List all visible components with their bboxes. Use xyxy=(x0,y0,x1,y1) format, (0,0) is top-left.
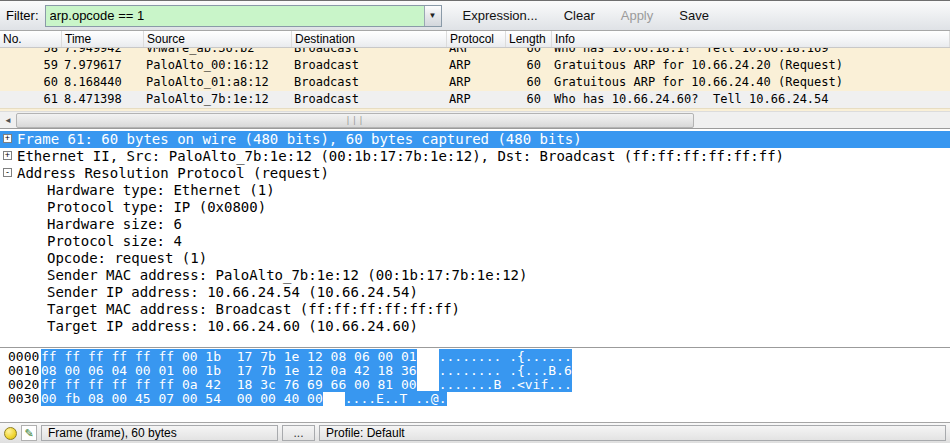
detail-line[interactable]: Protocol type: IP (0x0800) xyxy=(0,199,950,216)
packet-row[interactable]: 587.949942VMware_ab:36:b2BroadcastARP60W… xyxy=(0,48,950,57)
packet-row[interactable]: 608.168440PaloAlto_01:a8:12BroadcastARP6… xyxy=(0,74,950,91)
hex-bytes[interactable]: 00 fb 08 00 45 07 00 54 00 00 40 00 xyxy=(41,391,323,406)
clear-button[interactable]: Clear xyxy=(555,4,604,27)
cell-destination: Broadcast xyxy=(292,74,447,91)
detail-text: Protocol type: IP (0x0800) xyxy=(47,199,266,215)
detail-text: Protocol size: 4 xyxy=(47,233,182,249)
detail-text: Hardware size: 6 xyxy=(47,216,182,232)
hex-bytes[interactable]: 08 00 06 04 00 01 00 1b 17 7b 1e 12 0a 4… xyxy=(41,363,417,378)
cell-info: Gratuitous ARP for 10.66.24.20 (Request) xyxy=(552,57,950,74)
detail-line[interactable]: Protocol size: 4 xyxy=(0,233,950,250)
detail-line[interactable]: Sender MAC address: PaloAlto_7b:1e:12 (0… xyxy=(0,267,950,284)
column-header-destination[interactable]: Destination xyxy=(292,31,447,47)
expand-icon[interactable]: + xyxy=(3,134,12,143)
cell-source: PaloAlto_7b:1e:12 xyxy=(144,91,292,108)
scrollbar-left-arrow-icon[interactable]: ◄ xyxy=(0,112,16,128)
hex-bytes[interactable]: ff ff ff ff ff ff 0a 42 18 3c 76 69 66 0… xyxy=(41,377,417,392)
expand-icon[interactable]: + xyxy=(3,151,12,160)
cell-destination: Broadcast xyxy=(292,57,447,74)
detail-line[interactable]: Hardware type: Ethernet (1) xyxy=(0,182,950,199)
packet-list-header: No. Time Source Destination Protocol Len… xyxy=(0,31,950,48)
horizontal-scrollbar[interactable]: ◄ ||| xyxy=(0,111,950,128)
cell-destination: Broadcast xyxy=(292,48,447,57)
cell-source: PaloAlto_00:16:12 xyxy=(144,57,292,74)
packet-details-pane: +Frame 61: 60 bytes on wire (480 bits), … xyxy=(0,128,950,347)
detail-text: Target IP address: 10.66.24.60 (10.66.24… xyxy=(47,318,418,334)
detail-text: Target MAC address: Broadcast (ff:ff:ff:… xyxy=(47,301,460,317)
detail-line[interactable]: +Ethernet II, Src: PaloAlto_7b:1e:12 (00… xyxy=(0,148,950,165)
cell-no: 59 xyxy=(0,57,62,74)
detail-line[interactable]: Opcode: request (1) xyxy=(0,250,950,267)
detail-text: Ethernet II, Src: PaloAlto_7b:1e:12 (00:… xyxy=(17,148,784,164)
cell-info: Who has 10.66.18.1? Tell 10.66.18.169 xyxy=(552,48,950,57)
scrollbar-thumb[interactable]: ||| xyxy=(16,113,694,128)
detail-text: Hardware type: Ethernet (1) xyxy=(47,182,275,198)
hex-offset: 0020 xyxy=(8,378,41,392)
cell-length: 60 xyxy=(506,57,552,74)
cell-no: 58 xyxy=(0,48,62,57)
cell-source: PaloAlto_01:a8:12 xyxy=(144,74,292,91)
filter-dropdown-button[interactable]: ▼ xyxy=(424,6,441,26)
cell-time: 7.949942 xyxy=(62,48,144,57)
save-button[interactable]: Save xyxy=(670,4,718,27)
filter-label: Filter: xyxy=(6,8,39,23)
cell-length: 60 xyxy=(506,74,552,91)
hex-row: 0000ff ff ff ff ff ff 00 1b 17 7b 1e 12 … xyxy=(8,350,950,364)
detail-line[interactable]: Sender IP address: 10.66.24.54 (10.66.24… xyxy=(0,284,950,301)
status-message: Frame (frame), 60 bytes xyxy=(41,425,278,441)
hex-dump-pane: 0000ff ff ff ff ff ff 00 1b 17 7b 1e 12 … xyxy=(0,347,950,422)
packet-row[interactable]: 618.471398PaloAlto_7b:1e:12BroadcastARP6… xyxy=(0,91,950,108)
hex-ascii[interactable]: ........ .{...B.6 xyxy=(439,363,572,378)
filter-toolbar: Filter: ▼ Expression... Clear Apply Save xyxy=(0,0,950,31)
cell-no: 60 xyxy=(0,74,62,91)
hex-ascii[interactable]: ........ .{...... xyxy=(439,349,572,364)
hex-bytes[interactable]: ff ff ff ff ff ff 00 1b 17 7b 1e 12 08 0… xyxy=(41,349,417,364)
packet-rows: 587.949942VMware_ab:36:b2BroadcastARP60W… xyxy=(0,48,950,108)
apply-button[interactable]: Apply xyxy=(612,4,663,27)
collapse-icon[interactable]: - xyxy=(3,168,12,177)
hex-ascii[interactable]: ....E..T ..@. xyxy=(345,391,447,406)
expert-info-icon[interactable] xyxy=(4,427,17,440)
hex-ascii[interactable]: .......B .<vif... xyxy=(439,377,572,392)
hex-offset: 0030 xyxy=(8,392,41,406)
cell-time: 8.168440 xyxy=(62,74,144,91)
packet-list-pane: No. Time Source Destination Protocol Len… xyxy=(0,31,950,128)
column-header-time[interactable]: Time xyxy=(62,31,144,47)
expression-button[interactable]: Expression... xyxy=(454,4,547,27)
filter-input[interactable] xyxy=(46,6,424,26)
cell-time: 7.979617 xyxy=(62,57,144,74)
column-header-length[interactable]: Length xyxy=(506,31,552,47)
detail-line[interactable]: Target MAC address: Broadcast (ff:ff:ff:… xyxy=(0,301,950,318)
cell-time: 8.471398 xyxy=(62,91,144,108)
hex-row: 001008 00 06 04 00 01 00 1b 17 7b 1e 12 … xyxy=(8,364,950,378)
cell-destination: Broadcast xyxy=(292,91,447,108)
column-header-source[interactable]: Source xyxy=(144,31,292,47)
capture-comment-icon[interactable]: ✎ xyxy=(21,425,37,441)
detail-text: Frame 61: 60 bytes on wire (480 bits), 6… xyxy=(17,131,582,147)
scrollbar-grip-icon: ||| xyxy=(345,116,364,125)
cell-protocol: ARP xyxy=(447,57,506,74)
cell-no: 61 xyxy=(0,91,62,108)
detail-line[interactable]: +Frame 61: 60 bytes on wire (480 bits), … xyxy=(0,131,950,148)
hex-row: 003000 fb 08 00 45 07 00 54 00 00 40 00.… xyxy=(8,392,950,406)
detail-text: Opcode: request (1) xyxy=(47,250,207,266)
column-header-info[interactable]: Info xyxy=(552,31,950,47)
detail-line[interactable]: Hardware size: 6 xyxy=(0,216,950,233)
wireshark-window: Filter: ▼ Expression... Clear Apply Save… xyxy=(0,0,950,443)
status-middle[interactable]: ... xyxy=(282,425,315,441)
detail-text: Sender IP address: 10.66.24.54 (10.66.24… xyxy=(47,284,418,300)
detail-line[interactable]: Target IP address: 10.66.24.60 (10.66.24… xyxy=(0,318,950,335)
column-header-protocol[interactable]: Protocol xyxy=(447,31,506,47)
detail-text: Address Resolution Protocol (request) xyxy=(17,165,329,181)
column-header-no[interactable]: No. xyxy=(0,31,62,47)
cell-length: 60 xyxy=(506,91,552,108)
hex-row: 0020ff ff ff ff ff ff 0a 42 18 3c 76 69 … xyxy=(8,378,950,392)
filter-input-wrap: ▼ xyxy=(45,5,442,27)
detail-line[interactable]: -Address Resolution Protocol (request) xyxy=(0,165,950,182)
hex-offset: 0010 xyxy=(8,364,41,378)
hex-offset: 0000 xyxy=(8,350,41,364)
status-profile[interactable]: Profile: Default xyxy=(319,425,946,441)
cell-source: VMware_ab:36:b2 xyxy=(144,48,292,57)
cell-protocol: ARP xyxy=(447,91,506,108)
packet-row[interactable]: 597.979617PaloAlto_00:16:12BroadcastARP6… xyxy=(0,57,950,74)
